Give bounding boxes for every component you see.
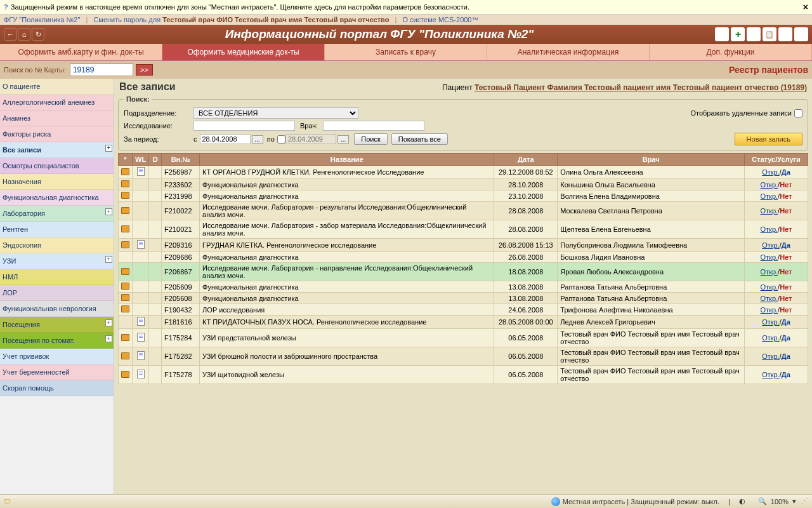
tab-analytics[interactable]: Аналитическая информация bbox=[487, 44, 650, 60]
sidebar-item-10[interactable]: Эндоскопия bbox=[0, 237, 114, 253]
expand-icon[interactable]: + bbox=[105, 208, 112, 215]
org-link[interactable]: ФГУ "Поликлиника №2" bbox=[4, 16, 80, 23]
tab-med-docs[interactable]: Оформить медицинские док-ты bbox=[162, 44, 325, 60]
folder-icon[interactable] bbox=[121, 241, 129, 248]
status-link[interactable]: Откр. bbox=[762, 352, 780, 360]
sidebar-item-8[interactable]: Лаборатория+ bbox=[0, 206, 114, 222]
col-4[interactable]: Название bbox=[200, 154, 494, 166]
patient-link[interactable]: Тестовый Пациент Фамилия Тестовый пациен… bbox=[475, 83, 807, 92]
sidebar-item-18[interactable]: Учет беременностей bbox=[0, 364, 114, 380]
table-row[interactable]: F209316ГРУДНАЯ КЛЕТКА. Ренгенологическое… bbox=[119, 239, 808, 252]
status-link[interactable]: Откр. bbox=[761, 253, 778, 261]
service-link[interactable]: Нет bbox=[780, 207, 792, 215]
status-link[interactable]: Откр. bbox=[762, 241, 780, 249]
folder-icon[interactable] bbox=[121, 192, 129, 199]
folder-icon[interactable] bbox=[121, 225, 129, 232]
col-1[interactable]: WL bbox=[133, 154, 149, 166]
table-row[interactable]: F181616КТ ПРИДАТОЧНЫХ ПАЗУХ НОСА. Ренген… bbox=[119, 316, 808, 329]
edit-icon[interactable]: ✎ bbox=[747, 27, 761, 41]
folder-icon[interactable] bbox=[121, 371, 129, 378]
status-link[interactable]: Откр. bbox=[761, 225, 778, 233]
resize-grip[interactable]: ⋰ bbox=[801, 497, 808, 505]
date-to-input[interactable] bbox=[285, 134, 336, 144]
col-5[interactable]: Дата bbox=[494, 154, 558, 166]
table-row[interactable]: F210022Исследование мочи. Лаборатория - … bbox=[119, 202, 808, 220]
service-link[interactable]: Нет bbox=[780, 268, 792, 276]
sidebar-item-11[interactable]: УЗИ+ bbox=[0, 253, 114, 269]
sidebar-item-5[interactable]: Осмотры специалистов bbox=[0, 158, 114, 174]
service-link[interactable]: Нет bbox=[780, 253, 792, 261]
add-icon[interactable]: ✚ bbox=[731, 27, 745, 41]
table-row[interactable]: F231998Функциональная диагностика23.10.2… bbox=[119, 190, 808, 202]
folder-icon[interactable] bbox=[121, 352, 129, 359]
document-icon[interactable] bbox=[137, 370, 145, 378]
col-0[interactable]: * bbox=[119, 154, 133, 166]
expand-icon[interactable]: + bbox=[105, 145, 112, 152]
doctor-input[interactable] bbox=[323, 121, 424, 131]
about-link[interactable]: О системе MCS-2000™ bbox=[402, 16, 478, 23]
document-icon[interactable] bbox=[137, 333, 145, 342]
zoom-icon[interactable]: 🔍 bbox=[758, 497, 767, 505]
service-link[interactable]: Да bbox=[782, 371, 790, 378]
sidebar-item-19[interactable]: Скорая помощь bbox=[0, 380, 114, 396]
col-3[interactable]: Вн.№ bbox=[162, 154, 200, 166]
tab-appointment[interactable]: Записать к врачу bbox=[325, 44, 487, 60]
document-icon[interactable] bbox=[137, 351, 145, 360]
table-row[interactable]: F256987КТ ОРГАНОВ ГРУДНОЙ КЛЕТКИ. Ренген… bbox=[119, 166, 808, 179]
table-row[interactable]: F209686Функциональная диагностика26.08.2… bbox=[119, 252, 808, 263]
status-link[interactable]: Откр. bbox=[762, 318, 780, 326]
service-link[interactable]: Да bbox=[782, 352, 790, 360]
sidebar-item-0[interactable]: О пациенте bbox=[0, 79, 114, 95]
date-to-enable[interactable] bbox=[277, 135, 285, 144]
sidebar-item-1[interactable]: Аллергологический анемнез bbox=[0, 95, 114, 110]
table-row[interactable]: F190432ЛОР исследования24.06.2008Трифоно… bbox=[119, 304, 808, 316]
expand-icon[interactable]: + bbox=[105, 256, 112, 263]
service-link[interactable]: Нет bbox=[780, 225, 792, 233]
show-deleted-checkbox[interactable] bbox=[794, 109, 802, 117]
dept-select[interactable]: ВСЕ ОТДЕЛЕНИЯ bbox=[193, 107, 358, 119]
table-row[interactable]: F205608Функциональная диагностика13.08.2… bbox=[119, 293, 808, 304]
folder-icon[interactable] bbox=[121, 268, 129, 275]
folder-icon[interactable] bbox=[121, 168, 129, 175]
table-row[interactable]: F175284УЗИ предстательной железы06.05.20… bbox=[119, 329, 808, 347]
folder-icon[interactable] bbox=[121, 334, 129, 341]
sidebar-item-12[interactable]: НМЛ bbox=[0, 269, 114, 285]
date-from-picker[interactable]: ... bbox=[252, 135, 263, 144]
service-link[interactable]: Да bbox=[782, 334, 790, 342]
status-link[interactable]: Откр. bbox=[762, 168, 780, 176]
col-2[interactable]: D bbox=[149, 154, 162, 166]
table-row[interactable]: F175278УЗИ щитовидной железы06.05.2008Те… bbox=[119, 366, 808, 384]
table-row[interactable]: F206867Исследование мочи. Лаборатория - … bbox=[119, 263, 808, 281]
home-button[interactable]: ⌂ bbox=[18, 28, 30, 41]
table-row[interactable]: F233602Функциональная диагностика28.10.2… bbox=[119, 179, 808, 190]
tab-amb-card[interactable]: Оформить амб.карту и фин. док-ты bbox=[0, 44, 162, 60]
search-button[interactable]: Поиск bbox=[354, 133, 387, 145]
document-icon[interactable] bbox=[137, 317, 145, 326]
status-link[interactable]: Откр. bbox=[762, 334, 780, 342]
sidebar-item-7[interactable]: Функциональная диагностика bbox=[0, 190, 114, 206]
expand-icon[interactable]: + bbox=[105, 319, 112, 326]
back-button[interactable]: ← bbox=[4, 28, 16, 41]
patient-registry-link[interactable]: Реестр пациентов bbox=[729, 65, 808, 75]
status-link[interactable]: Откр. bbox=[761, 181, 778, 189]
refresh-button[interactable]: ↻ bbox=[32, 28, 44, 41]
folder-icon[interactable] bbox=[121, 283, 129, 290]
status-link[interactable]: Откр. bbox=[762, 371, 780, 378]
service-link[interactable]: Нет bbox=[780, 192, 792, 200]
tab-extra[interactable]: Доп. функции bbox=[650, 44, 812, 60]
security-bar[interactable]: ? Защищенный режим в настоящее время отк… bbox=[0, 0, 812, 15]
print-icon[interactable]: 🖨 bbox=[794, 27, 808, 41]
folder-icon[interactable] bbox=[121, 305, 129, 312]
sidebar-item-13[interactable]: ЛОР bbox=[0, 285, 114, 301]
sidebar-item-9[interactable]: Рентген bbox=[0, 222, 114, 237]
mail-icon[interactable]: ✉ bbox=[715, 27, 729, 41]
study-input[interactable] bbox=[193, 121, 295, 131]
service-link[interactable]: Нет bbox=[780, 306, 792, 314]
service-link[interactable]: Да bbox=[782, 241, 790, 249]
status-link[interactable]: Откр. bbox=[761, 192, 778, 200]
clipboard-icon[interactable]: 📋 bbox=[763, 27, 776, 41]
expand-icon[interactable]: + bbox=[105, 335, 112, 342]
table-row[interactable]: F175282УЗИ брюшной полости и забрюшинног… bbox=[119, 347, 808, 366]
sidebar-item-4[interactable]: Все записи+ bbox=[0, 142, 114, 158]
zoom-dropdown[interactable]: ▾ bbox=[792, 497, 796, 505]
